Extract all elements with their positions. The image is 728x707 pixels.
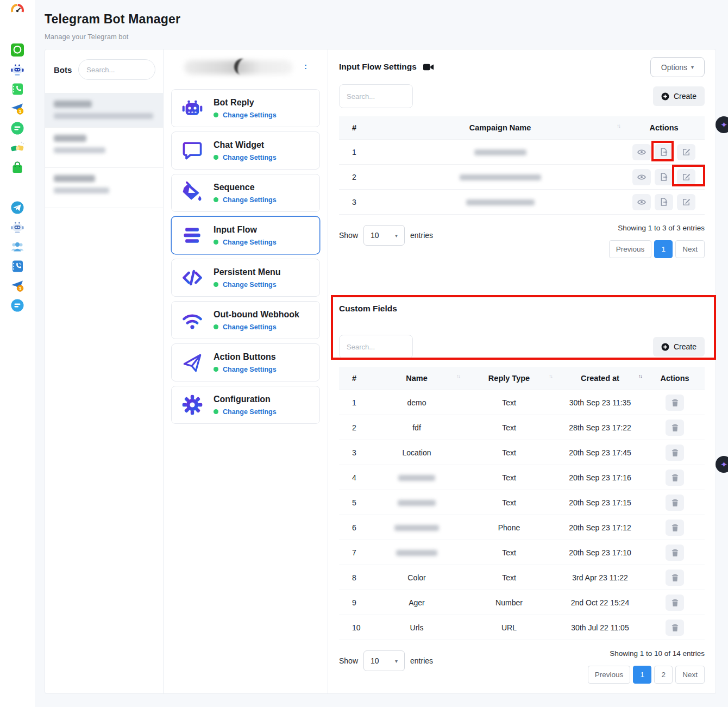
created-at: 2nd Oct 22 15:24 <box>555 590 645 615</box>
export-button[interactable] <box>655 144 673 160</box>
row-number: 3 <box>339 440 371 465</box>
status-dot <box>214 197 218 202</box>
entries-per-page-value: 10 <box>371 231 379 240</box>
ai-assistant-button[interactable]: ✦ <box>716 456 728 473</box>
table-row: 7 Text 20th Sep 23 17:10 <box>339 540 705 565</box>
next-page-button[interactable]: Next <box>675 240 705 258</box>
flow-search-input[interactable] <box>339 84 413 108</box>
telegram-icon[interactable] <box>10 201 24 215</box>
telegram-badge-icon[interactable]: 1 <box>10 279 24 293</box>
bot-name-redacted <box>54 101 92 108</box>
edit-icon <box>682 198 691 206</box>
delete-button[interactable] <box>666 495 684 511</box>
webhook-icon <box>180 308 204 332</box>
bots-search-input[interactable] <box>78 59 155 80</box>
showing-entries-text: Showing 1 to 3 of 3 entries <box>618 224 705 232</box>
setting-card-input-flow[interactable]: Input Flow Change Settings <box>171 216 320 254</box>
page-number-button[interactable]: 1 <box>654 240 673 258</box>
delete-button[interactable] <box>666 545 684 561</box>
change-settings-link[interactable]: Change Settings <box>223 366 277 373</box>
setting-card-bot-reply[interactable]: Bot Reply Change Settings <box>171 89 320 127</box>
entries-per-page-select[interactable]: 10 ▾ <box>363 650 405 671</box>
video-camera-icon[interactable] <box>423 63 434 71</box>
create-label: Create <box>674 342 696 351</box>
setting-card-outbound-webhook[interactable]: Out-bound Webhook Change Settings <box>171 301 320 339</box>
export-button[interactable] <box>655 169 673 185</box>
change-settings-link[interactable]: Change Settings <box>223 323 277 331</box>
robot-blue-icon[interactable] <box>10 220 24 234</box>
delete-button[interactable] <box>666 470 684 486</box>
change-settings-link[interactable]: Change Settings <box>223 281 277 289</box>
edit-icon <box>682 148 691 156</box>
chat-bubble-green-icon[interactable] <box>10 121 24 135</box>
custom-fields-search-input[interactable] <box>339 335 413 359</box>
page-number-button[interactable]: 2 <box>654 666 673 684</box>
export-button[interactable] <box>655 194 673 210</box>
table-row: 8 Color Text 3rd Apr 23 11:22 <box>339 565 705 590</box>
chat-bubble-blue-icon[interactable] <box>10 298 24 312</box>
entries-per-page-value: 10 <box>371 656 379 665</box>
speed-test-icon[interactable] <box>10 3 24 17</box>
setting-card-configuration[interactable]: Configuration Change Settings <box>171 386 320 424</box>
entries-per-page-select[interactable]: 10 ▾ <box>363 225 405 246</box>
shopping-bag-icon[interactable] <box>10 160 24 174</box>
delete-button[interactable] <box>666 445 684 461</box>
previous-page-button[interactable]: Previous <box>588 666 631 684</box>
delete-button[interactable] <box>666 620 684 636</box>
delete-button[interactable] <box>666 520 684 536</box>
change-settings-link[interactable]: Change Settings <box>223 408 277 416</box>
change-settings-link[interactable]: Change Settings <box>223 196 277 204</box>
eye-icon <box>637 199 646 205</box>
table-row: 9 Ager Number 2nd Oct 22 15:24 <box>339 590 705 615</box>
phone-contacts-icon[interactable] <box>10 82 24 96</box>
next-page-button[interactable]: Next <box>675 666 705 684</box>
row-number: 3 <box>339 190 377 215</box>
column-header: Actions <box>623 116 705 140</box>
sort-icon[interactable]: ↑↓ <box>638 373 642 379</box>
sort-icon[interactable]: ↑↓ <box>617 123 620 129</box>
setting-card-sequence[interactable]: Sequence Change Settings <box>171 174 320 212</box>
group-icon[interactable] <box>10 240 24 254</box>
ai-assistant-button[interactable]: ✦ <box>716 116 728 133</box>
reply-type: Text <box>463 415 555 440</box>
options-button[interactable]: Options ▾ <box>650 57 705 77</box>
view-button[interactable] <box>632 144 651 160</box>
handshake-icon[interactable] <box>10 141 24 155</box>
view-button[interactable] <box>632 194 651 210</box>
delete-button[interactable] <box>666 595 684 611</box>
view-button[interactable] <box>632 169 651 185</box>
bot-list-item[interactable] <box>45 127 163 167</box>
change-settings-link[interactable]: Change Settings <box>223 154 277 161</box>
telegram-coin-icon[interactable]: 1 <box>10 102 24 116</box>
phone-book-blue-icon[interactable] <box>10 259 24 273</box>
edit-button[interactable] <box>677 194 695 210</box>
bot-list-item[interactable] <box>45 93 163 127</box>
pagination: Previous 1 Next <box>609 240 705 258</box>
delete-button[interactable] <box>666 420 684 436</box>
robot-icon[interactable] <box>10 62 24 77</box>
field-name: Ager <box>371 590 463 615</box>
sort-icon[interactable]: ↑↓ <box>549 373 552 379</box>
setting-card-persistent-menu[interactable]: Persistent Menu Change Settings <box>171 259 320 297</box>
flow-create-button[interactable]: Create <box>653 86 705 106</box>
custom-fields-title: Custom Fields <box>339 304 705 314</box>
previous-page-button[interactable]: Previous <box>609 240 652 258</box>
show-label: Show <box>339 656 358 665</box>
delete-button[interactable] <box>666 570 684 586</box>
trash-icon <box>671 424 679 431</box>
custom-fields-create-button[interactable]: Create <box>653 337 705 356</box>
setting-card-action-buttons[interactable]: Action Buttons Change Settings <box>171 343 320 381</box>
edit-button[interactable] <box>677 144 695 160</box>
svg-text:1: 1 <box>19 286 22 291</box>
column-header: Name↑↓ <box>371 367 463 390</box>
change-settings-link[interactable]: Change Settings <box>223 239 277 246</box>
sort-icon[interactable]: ↑↓ <box>456 373 460 379</box>
page-number-button[interactable]: 1 <box>633 666 651 684</box>
bot-list-item[interactable] <box>45 167 163 208</box>
persistent-menu-icon <box>180 266 204 290</box>
edit-button[interactable] <box>677 169 695 185</box>
setting-card-chat-widget[interactable]: Chat Widget Change Settings <box>171 132 320 170</box>
delete-button[interactable] <box>666 395 684 411</box>
whatsapp-icon[interactable] <box>10 43 24 57</box>
change-settings-link[interactable]: Change Settings <box>223 111 277 119</box>
